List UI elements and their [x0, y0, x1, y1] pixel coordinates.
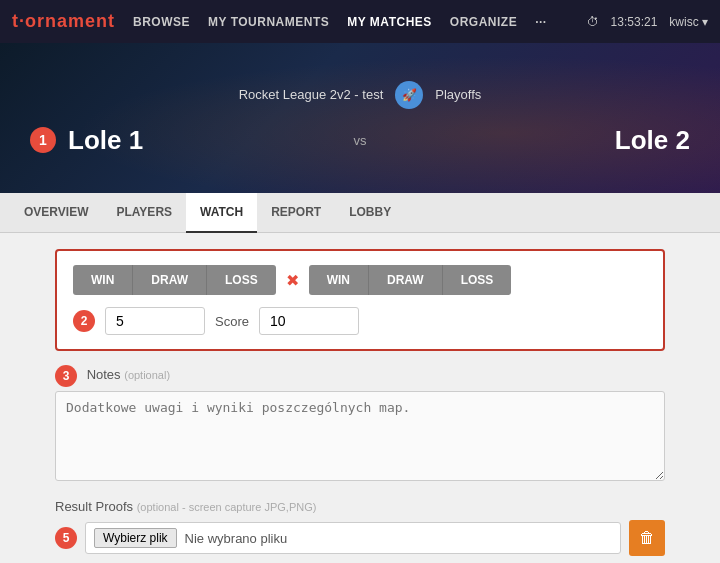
tab-overview[interactable]: OVERVIEW [10, 193, 102, 233]
btn-loss-left[interactable]: Loss [207, 265, 276, 295]
step5-badge: 5 [55, 527, 77, 549]
trash-icon: 🗑 [639, 529, 655, 547]
proofs-row: 5 Wybierz plik Nie wybrano pliku 🗑 [55, 520, 665, 556]
nav-my-tournaments[interactable]: MY TOURNAMENTS [208, 15, 329, 29]
vs-label: vs [334, 133, 387, 148]
tab-report[interactable]: REPORT [257, 193, 335, 233]
tab-players[interactable]: PLAYERS [102, 193, 186, 233]
nav-organize[interactable]: ORGANIZE [450, 15, 517, 29]
team2-name: Lole 2 [615, 125, 690, 156]
notes-textarea[interactable] [55, 391, 665, 481]
team1-name: Lole 1 [68, 125, 143, 156]
score-value-row: 2 Score [73, 307, 647, 335]
score-section: Win Draw Loss ✖ Win Draw Loss 2 Score [55, 249, 665, 351]
btn-win-left[interactable]: Win [73, 265, 133, 295]
score-label: Score [215, 314, 249, 329]
notes-section: 3 Notes (optional) [55, 365, 665, 485]
btn-draw-left[interactable]: Draw [133, 265, 207, 295]
wdl-left-group: Win Draw Loss [73, 265, 276, 295]
file-none-label: Nie wybrano pliku [185, 531, 288, 546]
game-title: Rocket League 2v2 - test [239, 87, 384, 102]
notes-label-text: Notes [87, 367, 121, 382]
btn-loss-right[interactable]: Loss [443, 265, 512, 295]
notes-label-row: 3 Notes (optional) [55, 365, 665, 387]
hero-top-bar: Rocket League 2v2 - test 🚀 Playoffs [239, 81, 482, 109]
main-content: Win Draw Loss ✖ Win Draw Loss 2 Score 3 … [0, 233, 720, 563]
btn-draw-right[interactable]: Draw [369, 265, 443, 295]
nav-more[interactable]: ··· [535, 15, 547, 29]
wdl-row: Win Draw Loss ✖ Win Draw Loss [73, 265, 647, 295]
wdl-right-group: Win Draw Loss [309, 265, 512, 295]
proofs-label-text: Result Proofs [55, 499, 133, 514]
file-input-wrapper: Wybierz plik Nie wybrano pliku [85, 522, 621, 554]
step2-badge: 2 [73, 310, 95, 332]
score-input-right[interactable] [259, 307, 359, 335]
team1-number: 1 [30, 127, 56, 153]
logo[interactable]: t·ornament [12, 11, 115, 32]
navbar-links: BROWSE MY TOURNAMENTS MY MATCHES ORGANIZ… [133, 15, 569, 29]
nav-browse[interactable]: BROWSE [133, 15, 190, 29]
proofs-label-row: Result Proofs (optional - screen capture… [55, 499, 665, 514]
clear-button[interactable]: ✖ [286, 271, 299, 290]
nav-my-matches[interactable]: MY MATCHES [347, 15, 432, 29]
tab-lobby[interactable]: LOBBY [335, 193, 405, 233]
navbar-right: ⏱ 13:53:21 kwisc ▾ [587, 15, 708, 29]
tab-watch[interactable]: WATCH [186, 193, 257, 233]
step3-badge: 3 [55, 365, 77, 387]
user-menu[interactable]: kwisc ▾ [669, 15, 708, 29]
navbar: t·ornament BROWSE MY TOURNAMENTS MY MATC… [0, 0, 720, 43]
btn-win-right[interactable]: Win [309, 265, 369, 295]
proofs-section: Result Proofs (optional - screen capture… [55, 499, 665, 556]
notes-optional: (optional) [124, 369, 170, 381]
clock-icon: ⏱ [587, 15, 599, 29]
team2: Lole 2 [387, 125, 691, 156]
proofs-optional: (optional - screen capture JPG,PNG) [137, 501, 317, 513]
close-icon: ✖ [286, 271, 299, 290]
tabs-bar: OVERVIEW PLAYERS WATCH REPORT LOBBY [0, 193, 720, 233]
file-choose-button[interactable]: Wybierz plik [94, 528, 177, 548]
score-input-left[interactable] [105, 307, 205, 335]
hero-teams: 1 Lole 1 vs Lole 2 [0, 125, 720, 156]
game-icon: 🚀 [395, 81, 423, 109]
stage: Playoffs [435, 87, 481, 102]
trash-button[interactable]: 🗑 [629, 520, 665, 556]
team1: 1 Lole 1 [30, 125, 334, 156]
current-time: 13:53:21 [611, 15, 658, 29]
hero-banner: Rocket League 2v2 - test 🚀 Playoffs 1 Lo… [0, 43, 720, 193]
